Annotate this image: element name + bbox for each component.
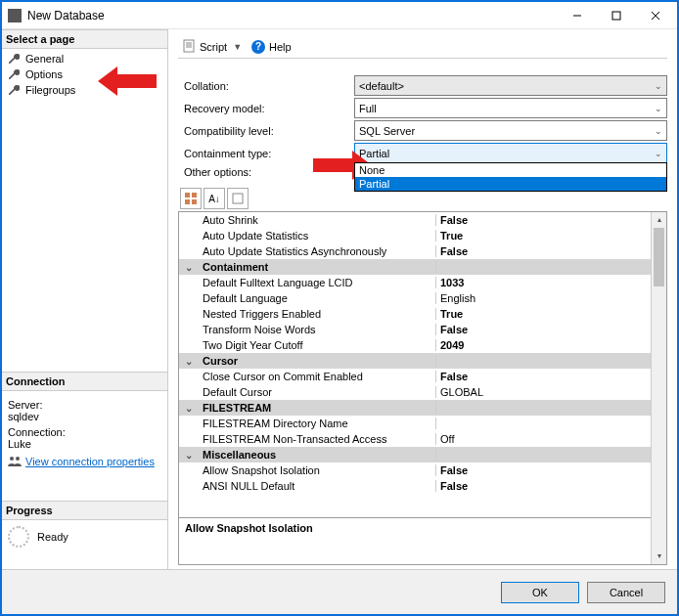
close-button[interactable] [636, 3, 675, 28]
expand-icon[interactable]: ⌄ [179, 403, 199, 414]
property-value[interactable]: Off [436, 433, 666, 445]
titlebar: New Database [2, 2, 677, 29]
compat-label: Compatibility level: [178, 125, 354, 137]
property-value[interactable]: False [436, 480, 666, 492]
recovery-label: Recovery model: [178, 103, 354, 114]
containment-option-partial[interactable]: Partial [355, 177, 666, 191]
property-name: FILESTREAM Directory Name [199, 418, 436, 429]
containment-select[interactable]: Partial ⌄ [354, 143, 667, 163]
grid-category[interactable]: ⌄FILESTREAM [179, 400, 666, 416]
view-connection-properties-link[interactable]: View connection properties [8, 456, 161, 467]
property-name: Containment [199, 261, 436, 273]
link-label: View connection properties [25, 456, 155, 467]
wrench-icon [8, 52, 22, 66]
property-value[interactable]: False [436, 214, 666, 226]
property-value[interactable]: False [436, 464, 666, 476]
server-value: sqldev [8, 411, 161, 422]
grid-row[interactable]: Auto ShrinkFalse [179, 212, 666, 228]
dialog-footer: OK Cancel [2, 569, 677, 614]
window-title: New Database [27, 9, 558, 22]
property-name: Auto Update Statistics [199, 230, 436, 242]
alphabetical-button[interactable]: A↓ [204, 188, 225, 209]
chevron-down-icon: ⌄ [655, 126, 662, 136]
property-name: Miscellaneous [199, 449, 436, 461]
grid-row[interactable]: Two Digit Year Cutoff2049 [179, 337, 666, 353]
property-value[interactable]: False [436, 245, 666, 257]
property-value[interactable]: 1033 [436, 277, 666, 288]
property-value[interactable]: GLOBAL [436, 386, 666, 398]
property-name: FILESTREAM Non-Transacted Access [199, 433, 436, 445]
property-name: Auto Update Statistics Asynchronously [199, 245, 436, 257]
page-general[interactable]: General [2, 51, 167, 66]
sidebar: Select a page General Options Filegroups… [2, 29, 168, 569]
property-value[interactable]: True [436, 308, 666, 320]
expand-icon[interactable]: ⌄ [179, 262, 199, 273]
property-value[interactable]: False [436, 324, 666, 335]
expand-icon[interactable]: ⌄ [179, 450, 199, 461]
svg-rect-12 [185, 199, 190, 204]
ok-button[interactable]: OK [501, 582, 579, 603]
grid-row[interactable]: Auto Update Statistics AsynchronouslyFal… [179, 243, 666, 259]
app-icon [8, 9, 22, 22]
grid-row[interactable]: Nested Triggers EnabledTrue [179, 306, 666, 322]
script-icon [182, 39, 196, 55]
svg-rect-14 [233, 194, 243, 203]
property-name: Default Cursor [199, 386, 436, 398]
containment-option-none[interactable]: None [355, 163, 666, 177]
compat-value: SQL Server [359, 125, 415, 137]
grid-category[interactable]: ⌄Miscellaneous [179, 447, 666, 462]
property-name: FILESTREAM [199, 402, 436, 414]
grid-row[interactable]: ANSI NULL DefaultFalse [179, 478, 666, 494]
annotation-arrow-options [98, 66, 157, 96]
property-value[interactable]: False [436, 371, 666, 382]
grid-row[interactable]: Allow Snapshot IsolationFalse [179, 462, 666, 478]
wrench-icon [8, 83, 22, 97]
page-label: General [25, 53, 64, 65]
containment-dropdown: None Partial [354, 162, 667, 192]
script-label: Script [200, 41, 227, 53]
property-value[interactable]: True [436, 230, 666, 242]
expand-icon[interactable]: ⌄ [179, 356, 199, 367]
minimize-button[interactable] [558, 3, 597, 28]
grid-row[interactable]: Default LanguageEnglish [179, 290, 666, 306]
property-value[interactable]: English [436, 292, 666, 304]
collation-label: Collation: [178, 80, 354, 92]
property-name: Transform Noise Words [199, 324, 436, 335]
grid-row[interactable]: Auto Update StatisticsTrue [179, 228, 666, 243]
script-button[interactable]: Script [178, 37, 231, 57]
property-name: Allow Snapshot Isolation [199, 464, 436, 476]
grid-row[interactable]: FILESTREAM Directory Name [179, 416, 666, 431]
content-panel: Script ▼ ? Help Collation: <default> ⌄ R… [168, 29, 677, 569]
cancel-button[interactable]: Cancel [587, 582, 665, 603]
people-icon [8, 456, 22, 467]
property-pages-button[interactable] [227, 188, 249, 209]
svg-rect-11 [192, 193, 197, 198]
categorized-button[interactable] [180, 188, 202, 209]
progress-body: Ready [2, 520, 167, 553]
grid-category[interactable]: ⌄Cursor [179, 353, 666, 369]
grid-category[interactable]: ⌄Containment [179, 259, 666, 275]
grid-row[interactable]: Close Cursor on Commit EnabledFalse [179, 369, 666, 384]
grid-row[interactable]: Transform Noise WordsFalse [179, 322, 666, 337]
recovery-select[interactable]: Full ⌄ [354, 98, 667, 118]
grid-row[interactable]: FILESTREAM Non-Transacted AccessOff [179, 431, 666, 447]
scroll-down-icon[interactable]: ▾ [652, 549, 666, 564]
connection-label: Connection: [8, 426, 161, 438]
connection-header: Connection [2, 372, 167, 391]
scroll-thumb[interactable] [654, 228, 664, 286]
connection-info: Server: sqldev Connection: Luke View con… [2, 391, 167, 471]
grid-row[interactable]: Default CursorGLOBAL [179, 384, 666, 400]
maximize-button[interactable] [597, 3, 636, 28]
select-page-header: Select a page [2, 29, 167, 49]
wrench-icon [8, 67, 22, 81]
description-title: Allow Snapshot Isolation [185, 522, 660, 534]
scroll-up-icon[interactable]: ▴ [652, 212, 666, 228]
help-button[interactable]: ? Help [248, 38, 295, 56]
grid-row[interactable]: Default Fulltext Language LCID1033 [179, 275, 666, 290]
property-value[interactable]: 2049 [436, 339, 666, 351]
compatibility-select[interactable]: SQL Server ⌄ [354, 120, 667, 141]
dropdown-indicator-icon[interactable]: ▼ [233, 42, 242, 52]
collation-select[interactable]: <default> ⌄ [354, 75, 667, 96]
grid-scrollbar[interactable]: ▴ ▾ [651, 212, 666, 564]
chevron-down-icon: ⌄ [655, 104, 662, 113]
